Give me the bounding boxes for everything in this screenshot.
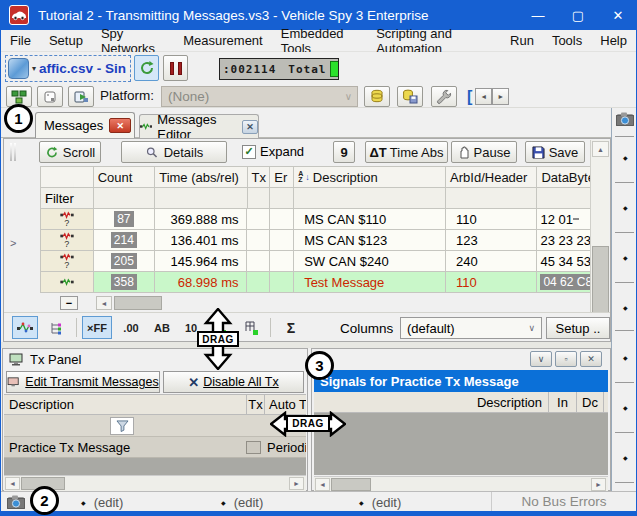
filter-cell[interactable] <box>270 188 294 209</box>
col-icon-header[interactable] <box>40 166 94 188</box>
vertical-scrollbar[interactable]: ▲ ▼ <box>590 140 609 341</box>
totals-button[interactable]: Σ <box>278 316 304 339</box>
columns-auto-button[interactable] <box>238 316 264 339</box>
details-button[interactable]: Details <box>121 141 227 163</box>
tx-filter-row[interactable] <box>4 415 306 437</box>
ascii-display-button[interactable]: AB <box>150 316 174 339</box>
platform-select[interactable]: (None) ∨ <box>161 86 358 107</box>
message-row-selected[interactable]: 358 68.998 ms Test Message 110 04 62 C8 … <box>40 272 592 293</box>
status-edit-3[interactable]: ◆ (edit) <box>359 495 401 510</box>
tab-close-icon[interactable]: ✕ <box>109 118 131 133</box>
filter-cell[interactable] <box>155 188 247 209</box>
col-er-header[interactable]: Er <box>270 166 294 188</box>
save-button[interactable]: Save <box>525 141 585 163</box>
dock-bullet[interactable]: ◆ <box>623 304 628 311</box>
col-count-header[interactable]: Count <box>94 166 156 188</box>
menu-tools[interactable]: Tools <box>543 33 591 48</box>
filter-cell[interactable] <box>294 188 446 209</box>
col-tx-header[interactable]: Tx <box>248 166 271 188</box>
scrollbar-thumb[interactable] <box>331 478 371 491</box>
edit-transmit-messages-button[interactable]: Edit Transmit Messages <box>6 371 160 393</box>
disable-all-tx-button[interactable]: ✕ Disable All Tx <box>163 371 304 393</box>
message-row[interactable]: ? 87 369.888 ms MS CAN $110 110 12 01 <box>40 209 592 230</box>
scroll-right-icon[interactable]: ► <box>591 478 606 491</box>
expand-checkbox[interactable]: ✓ <box>242 145 256 159</box>
hex-display-button[interactable]: ×FF <box>82 316 112 339</box>
status-edit-2[interactable]: ◆ (edit) <box>221 495 263 510</box>
menu-help[interactable]: Help <box>591 33 636 48</box>
decimal-display-button[interactable]: .00 <box>118 316 144 339</box>
scroll-left-icon[interactable]: ◄ <box>315 478 330 491</box>
close-button[interactable]: ✕ <box>598 0 637 30</box>
dock-bullet[interactable]: ◆ <box>623 254 628 261</box>
collapse-button[interactable]: − <box>60 296 78 310</box>
close-button[interactable]: ✕ <box>580 351 602 367</box>
expand-toggle[interactable]: ✓ Expand <box>242 144 304 159</box>
time-abs-button[interactable]: ΔT Time Abs <box>365 141 448 163</box>
filter-funnel-button[interactable] <box>110 417 134 435</box>
col-description-header[interactable]: AZ ↓ Description <box>294 166 446 188</box>
database-button[interactable] <box>364 86 390 107</box>
message-row[interactable]: ? 214 136.401 ms MS CAN $123 123 23 23 2… <box>40 230 592 251</box>
filter-cell[interactable] <box>248 188 271 209</box>
tab-messages-editor[interactable]: Messages Editor ✕ <box>139 114 259 138</box>
scroll-button[interactable]: Scroll <box>39 141 101 163</box>
vehiclescape-button[interactable] <box>68 86 94 107</box>
tx-col-tx[interactable]: Tx <box>246 395 264 414</box>
filter-cell[interactable] <box>94 188 156 209</box>
coremini-button[interactable] <box>37 86 63 107</box>
dock-bullet[interactable]: ◆ <box>623 354 628 361</box>
graph-view-button[interactable] <box>12 316 38 339</box>
scroll-up-icon[interactable]: ▲ <box>592 141 609 157</box>
tx-enable-checkbox[interactable] <box>246 441 261 454</box>
setup-tools-button[interactable] <box>431 86 457 107</box>
status-edit-1[interactable]: ◆ (edit) <box>81 495 123 510</box>
camera-icon[interactable] <box>616 112 634 126</box>
edit-label[interactable]: (edit) <box>94 495 124 510</box>
menu-spy-networks[interactable]: Spy Networks <box>92 26 174 56</box>
nav-back-button[interactable]: ◄ <box>475 88 492 105</box>
filter-cell[interactable] <box>537 188 592 209</box>
toolbar-grip[interactable] <box>10 143 12 161</box>
menu-embedded-tools[interactable]: Embedded Tools <box>272 26 367 56</box>
col-arbid-header[interactable]: ArbId/Header <box>446 166 537 188</box>
signals-col-description[interactable]: Description <box>466 392 548 412</box>
scroll-left-icon[interactable]: ◄ <box>96 296 112 310</box>
scroll-right-icon[interactable]: ► <box>289 477 304 490</box>
menu-scripting[interactable]: Scripting and Automation <box>367 26 501 56</box>
tx-col-description[interactable]: Description <box>4 395 246 414</box>
col-databytes-header[interactable]: DataBytes <box>537 166 592 188</box>
dock-bullet[interactable]: ◆ <box>623 154 628 161</box>
chevron-down-icon[interactable]: ▾ <box>32 64 36 73</box>
menu-run[interactable]: Run <box>501 33 543 48</box>
pause-button-top[interactable] <box>163 55 188 81</box>
tab-messages[interactable]: Messages ✕ <box>35 112 135 138</box>
menu-setup[interactable]: Setup <box>40 33 92 48</box>
columns-setup-button[interactable]: Setup .. <box>546 317 610 339</box>
signals-col-in[interactable]: In <box>548 392 576 412</box>
message-row[interactable]: ? 205 145.964 ms SW CAN $240 240 45 34 5… <box>40 251 592 272</box>
restart-button[interactable] <box>134 55 159 81</box>
restore-button[interactable]: ▫ <box>555 351 577 367</box>
tx-message-row[interactable]: Practice Tx Message Periodic <box>4 437 306 458</box>
dock-bullet[interactable]: ◆ <box>623 204 628 211</box>
camera-icon[interactable] <box>7 495 25 509</box>
minimize-button[interactable]: — <box>518 0 558 30</box>
columns-select[interactable]: (default) ∨ <box>400 317 542 339</box>
menu-file[interactable]: File <box>1 33 40 48</box>
collapse-button[interactable]: ∨ <box>530 351 552 367</box>
signals-col-dc[interactable]: Dc <box>576 392 604 412</box>
datafile-combo[interactable]: ▾ affic.csv - Sin <box>5 55 131 82</box>
scroll-left-icon[interactable]: ◄ <box>5 477 20 490</box>
edit-label[interactable]: (edit) <box>372 495 402 510</box>
tree-view-button[interactable] <box>44 316 70 339</box>
tab-close-icon[interactable]: ✕ <box>242 120 258 134</box>
filter-cell[interactable] <box>446 188 537 209</box>
dock-bullet[interactable]: ◆ <box>623 454 628 461</box>
online-mode-icon[interactable] <box>8 58 29 79</box>
pause-button[interactable]: Pause <box>451 141 517 163</box>
dock-bullet[interactable]: ◆ <box>623 404 628 411</box>
scrollbar-thumb[interactable] <box>114 296 162 310</box>
edit-label[interactable]: (edit) <box>234 495 264 510</box>
digit-mode-button[interactable]: 9 <box>333 141 355 163</box>
